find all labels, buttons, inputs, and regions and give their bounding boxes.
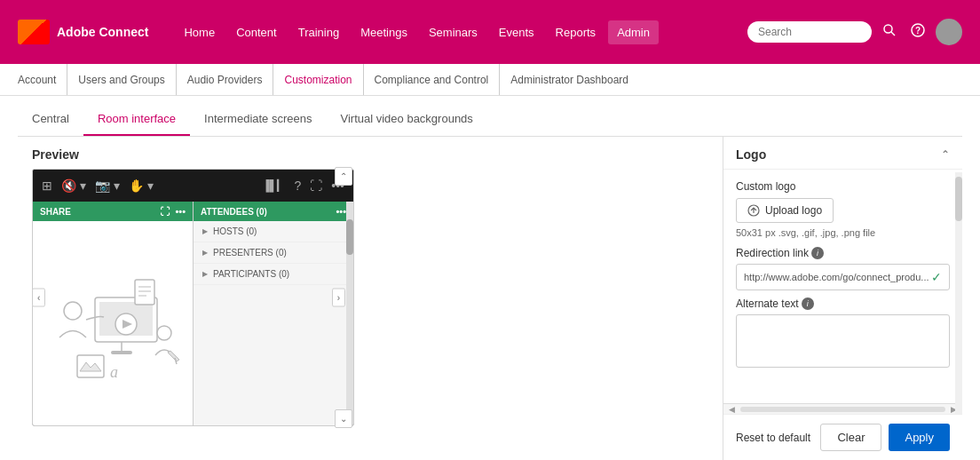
nav-item-reports[interactable]: Reports <box>547 20 605 44</box>
grid-icon[interactable]: ⊞ <box>42 178 52 193</box>
preview-scroll-thumb[interactable] <box>346 219 353 255</box>
nav-item-admin[interactable]: Admin <box>608 20 659 44</box>
svg-rect-9 <box>135 280 154 305</box>
nav-item-meetings[interactable]: Meetings <box>352 20 416 44</box>
mic-icon[interactable]: 🔇 ▾ <box>61 178 86 193</box>
horizontal-scroll[interactable]: ◀ ▶ <box>723 403 962 414</box>
tab-room-interface[interactable]: Room interface <box>83 103 190 136</box>
nav-item-training[interactable]: Training <box>289 20 348 44</box>
presenters-arrow-icon: ▶ <box>202 249 208 257</box>
help-icon-btn[interactable]: ? <box>907 20 929 45</box>
redirection-link-label: Redirection link <box>736 247 809 259</box>
right-panel-footer: Reset to default Clear Apply <box>723 414 962 460</box>
sub-nav-audio-providers[interactable]: Audio Providers <box>177 64 274 95</box>
svg-text:?: ? <box>915 26 921 36</box>
sub-nav-customization[interactable]: Customization <box>273 64 363 95</box>
illustration: a <box>33 221 193 426</box>
sub-nav-admin-dashboard[interactable]: Administrator Dashboard <box>500 64 639 95</box>
app-name: Adobe Connect <box>57 25 148 39</box>
attendees-label: ATTENDEES (0) <box>201 207 267 217</box>
hosts-group[interactable]: ▶ HOSTS (0) <box>194 221 353 242</box>
alternate-text-row: Alternate text i <box>736 297 950 310</box>
top-nav: Adobe Connect Home Content Training Meet… <box>0 0 980 64</box>
upload-logo-btn[interactable]: Upload logo <box>736 198 834 223</box>
right-panel: Logo ⌃ Custom logo Upload logo 50x31 px … <box>723 137 962 460</box>
right-panel-header: Logo ⌃ <box>723 137 962 170</box>
help-toolbar-icon[interactable]: ? <box>294 178 301 193</box>
avatar[interactable] <box>936 19 962 45</box>
nav-right: ? <box>747 19 962 45</box>
search-icon-btn[interactable] <box>879 20 900 45</box>
signal-icon: ▐▌▎ <box>262 179 285 192</box>
clear-btn[interactable]: Clear <box>820 424 881 451</box>
svg-rect-13 <box>77 355 104 377</box>
upload-logo-label: Upload logo <box>765 204 822 217</box>
camera-icon[interactable]: 📷 ▾ <box>95 178 120 193</box>
attendees-panel: ATTENDEES (0) ••• ▶ HOSTS (0) ▶ PRESENTE… <box>194 202 353 426</box>
svg-line-1 <box>891 32 895 36</box>
preview-vertical-scroll[interactable] <box>346 202 353 426</box>
alternate-text-info-icon[interactable]: i <box>802 297 814 310</box>
file-hint: 50x31 px .svg, .gif, .jpg, .png file <box>736 227 950 238</box>
hand-icon[interactable]: ✋ ▾ <box>129 178 154 193</box>
presenters-group[interactable]: ▶ PRESENTERS (0) <box>194 242 353 264</box>
check-icon: ✓ <box>931 270 942 284</box>
sub-nav-account[interactable]: Account <box>18 64 67 95</box>
nav-item-home[interactable]: Home <box>175 20 224 44</box>
tab-central[interactable]: Central <box>18 103 83 136</box>
preview-frame: ⊞ 🔇 ▾ 📷 ▾ ✋ ▾ ▐▌▎ ? ⛶ ••• <box>32 169 354 426</box>
nav-item-seminars[interactable]: Seminars <box>420 20 486 44</box>
adobe-logo-icon <box>18 20 50 44</box>
participants-group[interactable]: ▶ PARTICIPANTS (0) <box>194 264 353 285</box>
preview-left-arrow[interactable]: ‹ <box>32 289 45 307</box>
sub-nav-compliance[interactable]: Compliance and Control <box>364 64 501 95</box>
collapse-btn[interactable]: ⌃ <box>941 148 950 161</box>
reset-to-default-btn[interactable]: Reset to default <box>736 432 810 444</box>
right-scroll-thumb[interactable] <box>955 177 962 221</box>
preview-top-arrow[interactable]: ⌃ <box>335 167 352 186</box>
right-panel-body: Custom logo Upload logo 50x31 px .svg, .… <box>723 170 962 403</box>
participants-label: PARTICIPANTS (0) <box>213 269 289 279</box>
right-panel-scroll[interactable] <box>955 172 962 414</box>
nav-item-content[interactable]: Content <box>227 20 286 44</box>
logo-area[interactable]: Adobe Connect <box>18 20 148 44</box>
main-content: Central Room interface Intermediate scre… <box>0 96 980 460</box>
tab-virtual-video-backgrounds[interactable]: Virtual video backgrounds <box>326 103 486 136</box>
share-panel-body: a <box>33 221 193 426</box>
attendees-more-icon[interactable]: ••• <box>336 206 346 217</box>
sub-nav-users-groups[interactable]: Users and Groups <box>67 64 176 95</box>
redirection-link-input-wrapper: ✓ <box>736 264 950 290</box>
fullscreen-icon[interactable]: ⛶ <box>310 178 322 193</box>
preview-bottom-arrow[interactable]: ⌄ <box>335 409 352 428</box>
redirection-link-info-icon[interactable]: i <box>811 247 824 259</box>
presenters-label: PRESENTERS (0) <box>213 248 287 258</box>
alternate-text-input[interactable] <box>736 314 950 368</box>
attendees-panel-header: ATTENDEES (0) ••• <box>194 202 353 221</box>
panel-header-icons: ⛶ ••• <box>160 206 186 217</box>
hosts-label: HOSTS (0) <box>213 226 257 236</box>
sub-nav: Account Users and Groups Audio Providers… <box>0 64 980 96</box>
search-input[interactable] <box>747 21 872 43</box>
alternate-text-label: Alternate text <box>736 297 799 310</box>
svg-point-15 <box>157 326 171 340</box>
h-scroll-bar[interactable] <box>740 407 945 412</box>
share-more-icon[interactable]: ••• <box>175 206 186 217</box>
share-fullscreen-icon[interactable]: ⛶ <box>160 206 170 217</box>
preview-panel: Preview ⊞ 🔇 ▾ 📷 ▾ ✋ ▾ ▐▌▎ ? ⛶ ••• <box>18 137 723 460</box>
tab-intermediate-screens[interactable]: Intermediate screens <box>190 103 326 136</box>
svg-point-0 <box>884 25 892 33</box>
svg-point-8 <box>64 302 82 320</box>
redirection-link-row: Redirection link i <box>736 247 950 259</box>
apply-btn[interactable]: Apply <box>889 424 950 451</box>
h-scroll-left-icon[interactable]: ◀ <box>727 405 737 414</box>
redirection-link-input[interactable] <box>744 272 931 282</box>
svg-text:a: a <box>110 363 118 381</box>
logo-panel-title: Logo <box>736 147 766 162</box>
svg-rect-7 <box>111 351 132 354</box>
participants-arrow-icon: ▶ <box>202 270 208 278</box>
share-panel: SHARE ⛶ ••• <box>33 202 194 426</box>
nav-item-events[interactable]: Events <box>490 20 543 44</box>
preview-right-arrow[interactable]: › <box>332 289 345 307</box>
hosts-arrow-icon: ▶ <box>202 227 208 235</box>
footer-btns: Clear Apply <box>820 424 950 451</box>
